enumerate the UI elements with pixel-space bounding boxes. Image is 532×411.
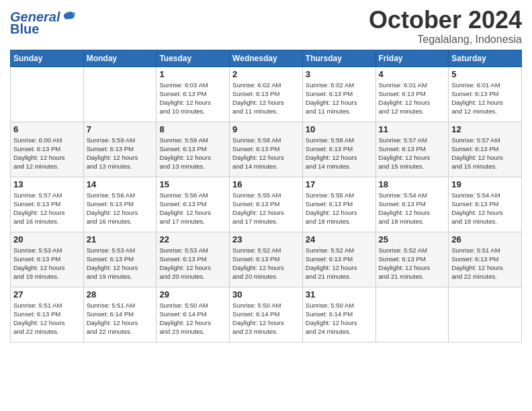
calendar-day-cell: 9Sunrise: 5:58 AM Sunset: 6:13 PM Daylig… [230,122,303,177]
calendar-day-cell: 26Sunrise: 5:51 AM Sunset: 6:13 PM Dayli… [449,232,522,287]
calendar-day-cell: 15Sunrise: 5:56 AM Sunset: 6:13 PM Dayli… [157,177,230,232]
day-number: 31 [306,289,373,300]
day-number: 19 [451,179,519,189]
day-info: Sunrise: 5:50 AM Sunset: 6:14 PM Dayligh… [159,301,226,336]
day-info: Sunrise: 5:57 AM Sunset: 6:13 PM Dayligh… [379,136,446,171]
day-number: 17 [306,179,373,189]
calendar-day-cell: 29Sunrise: 5:50 AM Sunset: 6:14 PM Dayli… [157,287,230,342]
logo: General Blue [10,9,76,37]
calendar-week-row: 20Sunrise: 5:53 AM Sunset: 6:13 PM Dayli… [11,232,522,287]
calendar-day-cell [375,287,449,342]
calendar-day-cell: 30Sunrise: 5:50 AM Sunset: 6:14 PM Dayli… [230,287,303,342]
day-info: Sunrise: 5:52 AM Sunset: 6:13 PM Dayligh… [379,246,446,281]
weekday-header: Thursday [302,50,375,66]
day-info: Sunrise: 5:51 AM Sunset: 6:13 PM Dayligh… [13,301,81,336]
calendar-week-row: 27Sunrise: 5:51 AM Sunset: 6:13 PM Dayli… [11,287,522,342]
day-number: 18 [379,179,446,189]
day-info: Sunrise: 5:59 AM Sunset: 6:13 PM Dayligh… [159,136,226,171]
weekday-header: Sunday [11,50,84,66]
calendar-day-cell: 22Sunrise: 5:53 AM Sunset: 6:13 PM Dayli… [157,232,230,287]
calendar-day-cell: 19Sunrise: 5:54 AM Sunset: 6:13 PM Dayli… [449,177,522,232]
day-number: 14 [87,179,154,189]
day-info: Sunrise: 5:50 AM Sunset: 6:14 PM Dayligh… [232,301,300,336]
calendar-day-cell: 31Sunrise: 5:50 AM Sunset: 6:14 PM Dayli… [302,287,375,342]
day-number: 9 [232,124,300,134]
day-info: Sunrise: 6:01 AM Sunset: 6:13 PM Dayligh… [379,81,446,116]
day-number: 4 [379,69,446,79]
day-number: 23 [232,234,300,244]
day-info: Sunrise: 5:53 AM Sunset: 6:13 PM Dayligh… [159,246,226,281]
calendar-week-row: 6Sunrise: 6:00 AM Sunset: 6:13 PM Daylig… [11,122,522,177]
calendar-table: SundayMondayTuesdayWednesdayThursdayFrid… [10,50,522,342]
day-info: Sunrise: 5:51 AM Sunset: 6:13 PM Dayligh… [451,246,519,281]
day-info: Sunrise: 5:59 AM Sunset: 6:13 PM Dayligh… [87,136,154,171]
day-info: Sunrise: 5:53 AM Sunset: 6:13 PM Dayligh… [87,246,154,281]
day-info: Sunrise: 6:03 AM Sunset: 6:13 PM Dayligh… [159,81,226,116]
weekday-header: Wednesday [230,50,303,66]
day-number: 29 [159,289,226,300]
logo-bird-icon [61,9,76,24]
day-number: 24 [306,234,373,244]
day-number: 11 [379,124,446,134]
calendar-day-cell [11,66,84,122]
location: Tegalalang, Indonesia [369,34,522,46]
day-number: 12 [451,124,519,134]
weekday-header: Tuesday [157,50,230,66]
day-info: Sunrise: 5:55 AM Sunset: 6:13 PM Dayligh… [232,191,300,226]
day-number: 30 [232,289,300,300]
weekday-header: Monday [83,50,157,66]
calendar-week-row: 13Sunrise: 5:57 AM Sunset: 6:13 PM Dayli… [11,177,522,232]
calendar-day-cell: 17Sunrise: 5:55 AM Sunset: 6:13 PM Dayli… [302,177,375,232]
logo-text: General Blue [10,9,76,37]
day-number: 5 [451,69,519,79]
day-info: Sunrise: 5:55 AM Sunset: 6:13 PM Dayligh… [306,191,373,226]
day-info: Sunrise: 5:54 AM Sunset: 6:13 PM Dayligh… [451,191,519,226]
calendar-day-cell: 18Sunrise: 5:54 AM Sunset: 6:13 PM Dayli… [375,177,449,232]
day-info: Sunrise: 5:53 AM Sunset: 6:13 PM Dayligh… [13,246,81,281]
day-number: 1 [159,69,226,79]
calendar-day-cell: 21Sunrise: 5:53 AM Sunset: 6:13 PM Dayli… [83,232,157,287]
day-info: Sunrise: 6:02 AM Sunset: 6:13 PM Dayligh… [232,81,300,116]
calendar-day-cell: 7Sunrise: 5:59 AM Sunset: 6:13 PM Daylig… [83,122,157,177]
day-info: Sunrise: 5:58 AM Sunset: 6:13 PM Dayligh… [232,136,300,171]
calendar-day-cell: 20Sunrise: 5:53 AM Sunset: 6:13 PM Dayli… [11,232,84,287]
calendar-day-cell: 14Sunrise: 5:56 AM Sunset: 6:13 PM Dayli… [83,177,157,232]
day-number: 27 [13,289,81,300]
calendar-day-cell [83,66,157,122]
day-number: 8 [159,124,226,134]
day-number: 28 [87,289,154,300]
day-number: 3 [306,69,373,79]
day-info: Sunrise: 5:58 AM Sunset: 6:13 PM Dayligh… [306,136,373,171]
calendar-day-cell: 12Sunrise: 5:57 AM Sunset: 6:13 PM Dayli… [449,122,522,177]
calendar-day-cell: 6Sunrise: 6:00 AM Sunset: 6:13 PM Daylig… [11,122,84,177]
day-number: 2 [232,69,300,79]
calendar-day-cell: 28Sunrise: 5:51 AM Sunset: 6:14 PM Dayli… [83,287,157,342]
day-number: 26 [451,234,519,244]
day-info: Sunrise: 5:51 AM Sunset: 6:14 PM Dayligh… [87,301,154,336]
calendar-day-cell: 27Sunrise: 5:51 AM Sunset: 6:13 PM Dayli… [11,287,84,342]
calendar-day-cell: 1Sunrise: 6:03 AM Sunset: 6:13 PM Daylig… [157,66,230,122]
day-info: Sunrise: 6:01 AM Sunset: 6:13 PM Dayligh… [451,81,519,116]
day-info: Sunrise: 6:00 AM Sunset: 6:13 PM Dayligh… [13,136,81,171]
day-number: 13 [13,179,81,189]
day-info: Sunrise: 5:52 AM Sunset: 6:13 PM Dayligh… [306,246,373,281]
calendar-day-cell: 2Sunrise: 6:02 AM Sunset: 6:13 PM Daylig… [230,66,303,122]
calendar-day-cell: 10Sunrise: 5:58 AM Sunset: 6:13 PM Dayli… [302,122,375,177]
calendar-day-cell: 11Sunrise: 5:57 AM Sunset: 6:13 PM Dayli… [375,122,449,177]
day-info: Sunrise: 5:56 AM Sunset: 6:13 PM Dayligh… [159,191,226,226]
day-info: Sunrise: 5:54 AM Sunset: 6:13 PM Dayligh… [379,191,446,226]
weekday-header: Friday [375,50,449,66]
weekday-header: Saturday [449,50,522,66]
calendar-day-cell: 3Sunrise: 6:02 AM Sunset: 6:13 PM Daylig… [302,66,375,122]
calendar-day-cell: 23Sunrise: 5:52 AM Sunset: 6:13 PM Dayli… [230,232,303,287]
calendar-day-cell: 13Sunrise: 5:57 AM Sunset: 6:13 PM Dayli… [11,177,84,232]
day-number: 10 [306,124,373,134]
day-number: 21 [87,234,154,244]
calendar-day-cell: 16Sunrise: 5:55 AM Sunset: 6:13 PM Dayli… [230,177,303,232]
day-number: 25 [379,234,446,244]
day-number: 6 [13,124,81,134]
calendar-day-cell: 25Sunrise: 5:52 AM Sunset: 6:13 PM Dayli… [375,232,449,287]
day-number: 16 [232,179,300,189]
calendar-body: 1Sunrise: 6:03 AM Sunset: 6:13 PM Daylig… [11,66,522,342]
title-block: October 2024 Tegalalang, Indonesia [369,7,522,46]
